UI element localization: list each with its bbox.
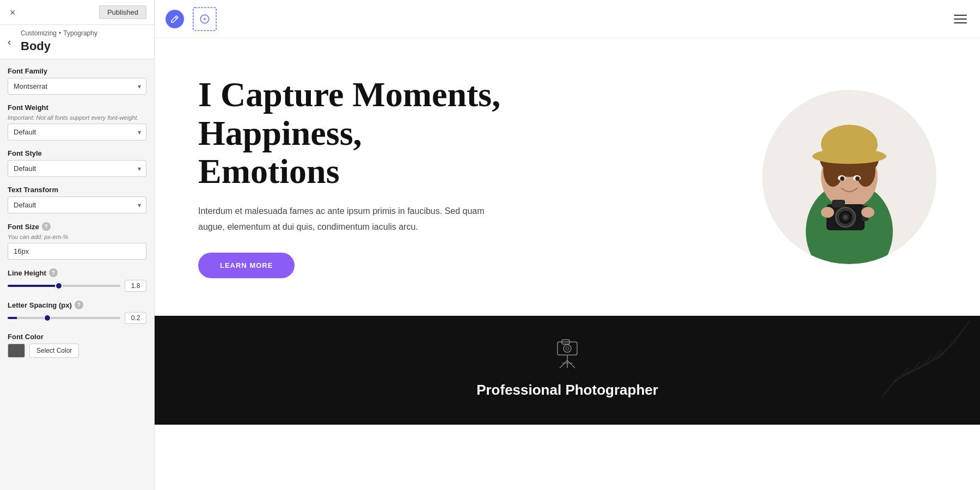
pencil-icon-button[interactable] [166,10,184,28]
hero-image [762,90,936,264]
svg-point-27 [564,345,571,352]
line-height-group: Line Height ? [8,268,146,292]
svg-point-21 [843,215,848,219]
svg-line-31 [567,360,575,368]
line-height-info-icon[interactable]: ? [49,268,58,277]
svg-point-14 [840,176,844,181]
font-style-group: Font Style Default NormalItalicOblique [8,149,146,177]
letter-spacing-slider[interactable] [8,317,120,319]
preview-tools-left [166,5,219,33]
hamburger-button[interactable] [952,13,969,26]
font-color-label: Font Color [8,333,146,341]
line-height-label-row: Line Height ? [8,268,146,277]
letter-spacing-slider-row [8,312,146,324]
footer-title: Professional Photographer [476,382,658,399]
svg-point-11 [821,125,878,164]
panel-header-left: × [8,7,18,19]
font-size-sublabel: You can add: px-em-% [8,234,146,240]
line-height-slider[interactable] [8,285,120,287]
breadcrumb-separator: • [59,29,61,37]
preview-content: I Capture Moments, Happiness, Emotions I… [155,38,980,490]
svg-rect-17 [832,200,845,207]
breadcrumb: Customizing • Typography [21,29,146,37]
select-color-button[interactable]: Select Color [29,344,79,358]
font-size-input[interactable] [8,243,146,260]
pencil-icon [170,15,179,23]
font-size-label-row: Font Size ? [8,222,146,231]
hero-image-container [762,90,936,264]
font-family-select-wrapper: Montserrat [8,78,146,95]
text-transform-group: Text Transform Default NoneCapitalize Up… [8,186,146,213]
font-style-label: Font Style [8,149,146,157]
letter-spacing-group: Letter Spacing (px) ? [8,301,146,324]
font-size-label: Font Size [8,223,39,231]
text-transform-label: Text Transform [8,186,146,194]
footer-section: Professional Photographer [155,316,980,425]
hamburger-line-3 [954,22,967,23]
font-color-swatch[interactable] [8,344,25,358]
font-family-group: Font Family Montserrat [8,67,146,95]
hero-title: I Capture Moments, Happiness, Emotions [198,76,503,191]
font-size-group: Font Size ? You can add: px-em-% [8,222,146,260]
target-icon[interactable] [191,5,219,33]
section-title: Body [21,37,146,53]
published-button[interactable]: Published [99,5,146,19]
panel-header: × Published [0,0,154,25]
breadcrumb-typography[interactable]: Typography [63,29,97,37]
font-color-group: Font Color Select Color [8,333,146,358]
font-weight-group: Font Weight Important: Not all fonts sup… [8,103,146,140]
line-height-value[interactable] [125,280,146,292]
font-family-label: Font Family [8,67,146,75]
tripod-svg [551,338,584,370]
font-color-swatch-row: Select Color [8,344,146,358]
preview-topbar [155,0,980,38]
svg-point-28 [566,347,569,350]
font-size-info-icon[interactable]: ? [42,222,51,231]
line-height-slider-row [8,280,146,292]
font-family-select[interactable]: Montserrat [8,78,146,95]
breadcrumb-container: ‹ Customizing • Typography Body [0,25,154,59]
letter-spacing-info-icon[interactable]: ? [75,301,83,309]
back-button[interactable]: ‹ [5,36,13,48]
panel-body: Font Family Montserrat Font Weight Impor… [0,59,154,365]
font-weight-select-wrapper: Default 100200300 400500600 700800900 [8,124,146,140]
text-transform-select-wrapper: Default NoneCapitalize UppercaseLowercas… [8,197,146,213]
close-button[interactable]: × [8,7,18,19]
font-weight-select[interactable]: Default 100200300 400500600 700800900 [8,124,146,140]
font-style-select[interactable]: Default NormalItalicOblique [8,160,146,177]
footer-tripod-icon [551,338,584,375]
svg-point-24 [861,207,874,218]
hamburger-line-1 [954,15,967,16]
font-weight-label: Font Weight [8,103,146,112]
svg-point-15 [855,176,860,181]
svg-line-30 [560,360,567,368]
letter-spacing-label-row: Letter Spacing (px) ? [8,301,146,309]
customizer-panel: × Published ‹ Customizing • Typography B… [0,0,155,490]
hero-subtitle: Interdum et malesuada fames ac ante ipsu… [198,204,503,235]
font-weight-sublabel: Important: Not all fonts support every f… [8,114,146,121]
letter-spacing-value[interactable] [125,312,146,324]
line-height-label: Line Height [8,269,46,277]
hero-text: I Capture Moments, Happiness, Emotions I… [198,76,503,278]
svg-point-2 [204,18,206,20]
letter-spacing-label: Letter Spacing (px) [8,301,72,309]
learn-more-button[interactable]: LEARN MORE [198,253,295,278]
text-transform-select[interactable]: Default NoneCapitalize UppercaseLowercas… [8,197,146,213]
svg-point-23 [821,207,834,218]
breadcrumb-customizing[interactable]: Customizing [21,29,57,37]
font-style-select-wrapper: Default NormalItalicOblique [8,160,146,177]
hamburger-line-2 [954,19,967,20]
leaf-decoration [871,316,980,425]
breadcrumb-inner: Customizing • Typography Body [8,29,146,53]
hero-section: I Capture Moments, Happiness, Emotions I… [155,38,980,316]
preview-panel: I Capture Moments, Happiness, Emotions I… [155,0,980,490]
